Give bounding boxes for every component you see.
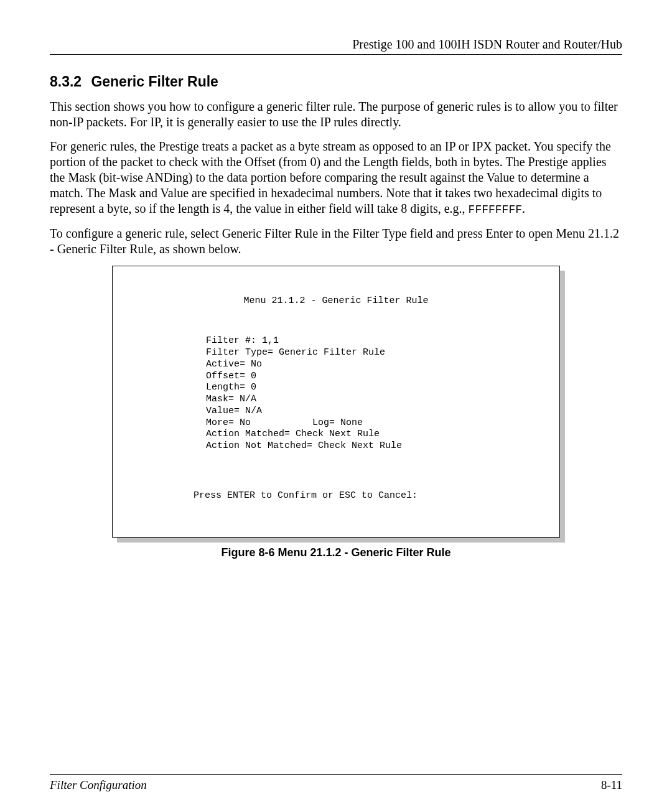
page-header-title: Prestige 100 and 100IH ISDN Router and R… (50, 37, 622, 52)
paragraph-2-text: For generic rules, the Prestige treats a… (50, 139, 611, 215)
menu-box: Menu 21.1.2 - Generic Filter Rule Filter… (112, 266, 560, 538)
paragraph-2: For generic rules, the Prestige treats a… (50, 139, 622, 217)
paragraph-2-mono: FFFFFFFF (469, 203, 522, 216)
menu-title: Menu 21.1.2 - Generic Filter Rule (125, 296, 547, 312)
footer-page-number: 8-11 (601, 778, 622, 792)
section-heading: 8.3.2 Generic Filter Rule (50, 73, 622, 90)
figure-caption: Figure 8-6 Menu 21.1.2 - Generic Filter … (50, 546, 622, 559)
menu-line-3: Active= No (206, 359, 262, 370)
menu-line-5: Length= 0 (206, 382, 256, 393)
menu-line-10: Action Not Matched= Check Next Rule (206, 440, 402, 451)
menu-prompt: Press ENTER to Confirm or ESC to Cancel: (125, 475, 547, 502)
menu-line-2: Filter Type= Generic Filter Rule (206, 347, 385, 358)
menu-body: Filter #: 1,1 Filter Type= Generic Filte… (125, 335, 547, 452)
footer-row: Filter Configuration 8-11 (50, 778, 622, 792)
section-number: 8.3.2 (50, 73, 87, 90)
paragraph-1: This section shows you how to configure … (50, 99, 622, 130)
menu-box-wrapper: Menu 21.1.2 - Generic Filter Rule Filter… (112, 266, 560, 538)
footer-rule (50, 774, 622, 775)
menu-line-8: More= No Log= None (206, 417, 363, 428)
menu-line-7: Value= N/A (206, 406, 262, 416)
paragraph-2-end: . (522, 202, 525, 215)
paragraph-3: To configure a generic rule, select Gene… (50, 226, 622, 257)
menu-line-4: Offset= 0 (206, 371, 256, 381)
menu-line-9: Action Matched= Check Next Rule (206, 429, 380, 439)
menu-line-1: Filter #: 1,1 (206, 335, 279, 346)
header-rule (50, 54, 622, 55)
menu-line-6: Mask= N/A (206, 394, 256, 404)
footer-left: Filter Configuration (50, 778, 147, 792)
section-title: Generic Filter Rule (91, 73, 218, 90)
